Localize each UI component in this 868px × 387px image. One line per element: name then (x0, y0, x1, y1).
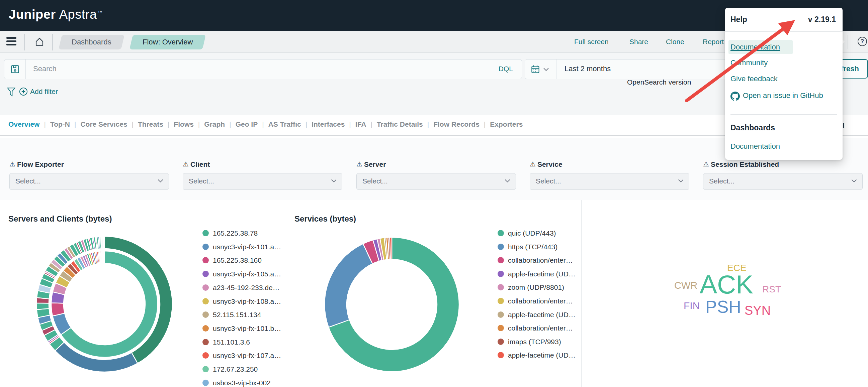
tab-flow-records[interactable]: Flow Records (433, 120, 479, 128)
legend-label: 151.101.3.6 (213, 338, 250, 346)
tab-separator: | (349, 120, 351, 128)
tab-traffic-details[interactable]: Traffic Details (377, 120, 423, 128)
search-bar: Search DQL (4, 59, 522, 79)
chevron-down-icon (505, 179, 510, 183)
filter-funnel-icon[interactable] (7, 87, 16, 97)
legend-label: apple-facetime (UD… (508, 311, 576, 319)
filter-select-service[interactable]: Select... (530, 173, 689, 190)
filter-label-flow-exporter: ⚠Flow Exporter (9, 161, 169, 172)
tab-exporters[interactable]: Exporters (490, 120, 523, 128)
tab-as-traffic[interactable]: AS Traffic (268, 120, 301, 128)
tag-cloud-word-syn[interactable]: SYN (745, 304, 771, 318)
donut-segment[interactable] (390, 237, 392, 259)
donut-segment[interactable] (324, 244, 372, 327)
breadcrumb-dashboards[interactable]: Dashboards (59, 35, 124, 49)
calendar-dropdown[interactable] (525, 60, 556, 79)
help-popup-version: v 2.19.1 (808, 15, 836, 24)
tab-separator: | (44, 120, 45, 128)
share-button[interactable]: Share (629, 38, 648, 46)
community-link[interactable]: Community (731, 59, 768, 67)
tag-cloud-word-ack[interactable]: ACK (700, 269, 753, 300)
donut-segment[interactable] (36, 303, 49, 310)
legend-label: collaboration/enter… (508, 297, 573, 305)
chevron-down-icon (851, 179, 857, 183)
documentation-link[interactable]: Documentation (731, 43, 780, 51)
section-divider (581, 200, 582, 387)
menu-icon[interactable] (6, 37, 17, 46)
dql-button[interactable]: DQL (499, 65, 513, 73)
filter-session-established: ⚠Session EstablishedSelect... (703, 161, 863, 190)
tab-top-n[interactable]: Top-N (50, 120, 70, 128)
filter-server: ⚠ServerSelect... (356, 161, 516, 190)
legend-color-dot (203, 298, 209, 305)
tab-separator: | (262, 120, 264, 128)
donut-segment[interactable] (104, 236, 104, 249)
legend-label: 52.115.151.134 (213, 311, 261, 319)
legend-label: collaboration/enter… (508, 324, 573, 332)
home-icon[interactable] (34, 36, 45, 47)
tag-cloud-word-rst[interactable]: RST (762, 284, 781, 295)
tab-interfaces[interactable]: Interfaces (312, 120, 345, 128)
tab-separator: | (370, 120, 372, 128)
donut-segment[interactable] (51, 303, 65, 316)
date-range-value[interactable]: Last 2 months (564, 65, 611, 73)
filter-select-flow-exporter[interactable]: Select... (9, 173, 169, 190)
report-button[interactable]: Report (703, 38, 724, 46)
legend-color-dot (498, 339, 504, 345)
tag-cloud-word-psh[interactable]: PSH (705, 297, 741, 317)
warning-icon: ⚠ (530, 160, 536, 168)
breadcrumb-flow-overview[interactable]: Flow: Overview (129, 35, 206, 49)
dashboards-documentation-link[interactable]: Documentation (731, 142, 780, 151)
save-query-button[interactable] (4, 60, 26, 79)
tab-separator: | (306, 120, 307, 128)
help-icon[interactable]: ? (858, 37, 867, 46)
brand-logo: JuniperApstra™ (9, 7, 103, 22)
chevron-down-icon (331, 179, 337, 183)
warning-icon: ⚠ (703, 160, 709, 168)
legend-label: apple-facetime (UD… (508, 351, 576, 359)
tab-flows[interactable]: Flows (174, 120, 194, 128)
tab-overview[interactable]: Overview (8, 120, 39, 128)
legend-label: usnyc3-vip-fx-101.a… (213, 243, 281, 251)
tab-ifa[interactable]: IFA (355, 120, 366, 128)
legend-color-dot (498, 312, 504, 318)
filter-service: ⚠ServiceSelect... (530, 161, 689, 190)
filter-select-session-established[interactable]: Select... (703, 173, 863, 190)
legend-label: imaps (TCP/993) (508, 338, 561, 346)
full-screen-button[interactable]: Full screen (574, 38, 609, 46)
services-donut-chart[interactable] (323, 236, 461, 373)
give-feedback-link[interactable]: Give feedback (731, 74, 778, 83)
filter-label-text: Service (537, 161, 562, 168)
filter-label-text: Server (364, 161, 386, 168)
clone-button[interactable]: Clone (666, 38, 684, 46)
search-input[interactable]: Search (33, 65, 57, 73)
brand-apstra: Apstra (59, 7, 97, 22)
filter-select-placeholder: Select... (709, 177, 735, 185)
tab-core-services[interactable]: Core Services (80, 120, 127, 128)
filter-label-server: ⚠Server (356, 161, 516, 172)
warning-icon: ⚠ (9, 160, 16, 168)
tag-cloud-word-cwr[interactable]: CWR (674, 280, 698, 291)
donut-segment[interactable] (104, 251, 104, 263)
chevron-down-icon (678, 179, 684, 183)
add-filter-plus-icon[interactable] (19, 87, 28, 96)
legend-label: usnyc3-vip-fx-101.b… (213, 324, 281, 332)
legend-color-dot (203, 339, 209, 345)
tab-separator: | (484, 120, 486, 128)
tab-graph[interactable]: Graph (204, 120, 225, 128)
filter-select-client[interactable]: Select... (183, 173, 342, 190)
warning-icon: ⚠ (356, 160, 362, 168)
nav-tabs: Overview|Top-N|Core Services|Threats|Flo… (8, 120, 523, 128)
servers-clients-donut-chart[interactable] (33, 233, 175, 375)
filter-select-server[interactable]: Select... (356, 173, 516, 190)
filter-label-text: Client (190, 161, 210, 168)
filter-select-placeholder: Select... (16, 177, 41, 185)
tab-geo-ip[interactable]: Geo IP (236, 120, 258, 128)
legend-label: collaboration/enter… (508, 256, 573, 265)
tag-cloud-word-fin[interactable]: FIN (684, 300, 700, 312)
occluded-text-fragment: l (843, 121, 844, 130)
tab-threats[interactable]: Threats (138, 120, 163, 128)
add-filter-button[interactable]: Add filter (30, 87, 58, 96)
documentation-link-highlight[interactable]: Documentation (728, 40, 793, 54)
filter-label-client: ⚠Client (183, 161, 342, 172)
